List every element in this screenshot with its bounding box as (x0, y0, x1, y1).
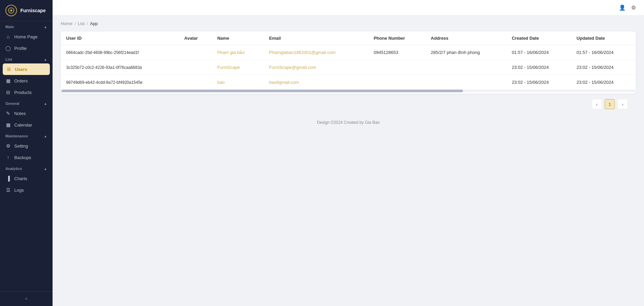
logo-area: Furniscape (0, 0, 53, 21)
pagination-prev[interactable]: ‹ (592, 99, 602, 109)
section-list[interactable]: List ▲ (0, 54, 53, 63)
cell-user-id: 98749d69-eb42-4cdd-8a72-bf4920a1545e (61, 75, 179, 90)
sidebar-item-products[interactable]: ⊟ Products (0, 87, 53, 98)
section-general[interactable]: General ▲ (0, 98, 53, 108)
section-maintenance[interactable]: Maintenance ▲ (0, 131, 53, 140)
users-table: User ID Avatar Name Email Phone Number A… (61, 32, 636, 90)
horizontal-scrollbar[interactable] (61, 90, 635, 92)
calendar-icon: ▦ (5, 122, 11, 128)
cell-phone: 0945128653 (368, 45, 425, 60)
col-updated: Updated Date (571, 32, 636, 45)
cell-avatar (179, 60, 212, 75)
notes-icon: ✎ (5, 111, 11, 116)
table-header-row: User ID Avatar Name Email Phone Number A… (61, 32, 636, 45)
breadcrumb: Home / List / App (61, 21, 636, 26)
cell-name[interactable]: Pham gia bảo (212, 45, 264, 60)
section-main[interactable]: Main ▲ (0, 21, 53, 31)
cell-user-id: 0664cadc-2faf-4608-99bc-256f214ead1f (61, 45, 179, 60)
cell-phone (368, 75, 425, 90)
charts-icon: ▐ (5, 176, 11, 181)
sidebar-item-logs[interactable]: ☰ Logs (0, 184, 53, 196)
logs-icon: ☰ (5, 187, 11, 193)
table-row: 98749d69-eb42-4cdd-8a72-bf4920a1545e bao… (61, 75, 636, 90)
sidebar-item-charts[interactable]: ▐ Charts (0, 173, 53, 184)
sidebar-item-notes[interactable]: ✎ Notes (0, 108, 53, 119)
breadcrumb-list[interactable]: List (78, 21, 84, 26)
cell-avatar (179, 75, 212, 90)
pagination-page-1[interactable]: 1 (605, 99, 615, 109)
profile-icon: ◯ (5, 45, 11, 51)
table-row: 3c325b72-c0c2-4226-93a1-0f76caa6683a Fur… (61, 60, 636, 75)
sidebar-item-homepage[interactable]: ⌂ Home Page (0, 31, 53, 42)
sidebar-item-orders[interactable]: ▦ Orders (0, 75, 53, 87)
cell-updated: 23:02 - 15/06/2024 (571, 75, 636, 90)
topbar: 👤 ⚙ (53, 0, 644, 16)
pagination-next[interactable]: › (618, 99, 628, 109)
sidebar-item-calendar[interactable]: ▦ Calendar (0, 119, 53, 131)
content-area: Home / List / App User ID Avatar Name Em… (53, 16, 644, 306)
col-avatar: Avatar (179, 32, 212, 45)
orders-icon: ▦ (5, 78, 11, 83)
sidebar: Furniscape Main ▲ ⌂ Home Page ◯ Profile … (0, 0, 53, 306)
chevron-up-icon-maintenance: ▲ (44, 134, 47, 138)
scrollbar-thumb (61, 90, 463, 92)
section-analytics[interactable]: Analytics ▲ (0, 163, 53, 173)
chevron-up-icon: ▲ (44, 25, 47, 29)
cell-name[interactable]: FurniScape (212, 60, 264, 75)
users-icon: ⊞ (6, 66, 12, 72)
cell-created: 23:02 - 15/06/2024 (506, 60, 571, 75)
breadcrumb-sep-1: / (75, 21, 76, 26)
col-address: Address (425, 32, 506, 45)
col-phone: Phone Number (368, 32, 425, 45)
sidebar-item-profile[interactable]: ◯ Profile (0, 42, 53, 54)
cell-name[interactable]: bao (212, 75, 264, 90)
cell-address (425, 75, 506, 90)
sidebar-item-setting[interactable]: ⚙ Setting (0, 140, 53, 152)
cell-address: 285/2/7 phan đình phùng (425, 45, 506, 60)
breadcrumb-sep-2: / (87, 21, 88, 26)
breadcrumb-app: App (90, 21, 98, 26)
cell-email: bao6gmail.com (264, 75, 368, 90)
chevron-up-icon-list: ▲ (44, 58, 47, 61)
cell-created: 23:02 - 15/06/2024 (506, 75, 571, 90)
col-user-id: User ID (61, 32, 179, 45)
col-email: Email (264, 32, 368, 45)
sidebar-item-backups[interactable]: ↑ Backups (0, 152, 53, 163)
backups-icon: ↑ (5, 155, 11, 160)
cell-email: Phamgiabao1862001@gmail.com (264, 45, 368, 60)
sidebar-item-users[interactable]: ⊞ Users (3, 63, 50, 75)
footer: Design ©2024 Created by Gia Bao (61, 115, 636, 130)
setting-icon: ⚙ (5, 143, 11, 149)
col-created: Created Date (506, 32, 571, 45)
table-row: 0664cadc-2faf-4608-99bc-256f214ead1f Pha… (61, 45, 636, 60)
sidebar-toggle-button[interactable]: < (0, 291, 53, 306)
breadcrumb-home[interactable]: Home (61, 21, 73, 26)
settings-topbar-icon[interactable]: ⚙ (631, 4, 636, 11)
cell-created: 01:57 - 16/06/2024 (506, 45, 571, 60)
cell-phone (368, 60, 425, 75)
products-icon: ⊟ (5, 90, 11, 95)
user-topbar-icon[interactable]: 👤 (619, 4, 626, 11)
cell-email: FurniScape@gmail.com (264, 60, 368, 75)
cell-user-id: 3c325b72-c0c2-4226-93a1-0f76caa6683a (61, 60, 179, 75)
cell-address (425, 60, 506, 75)
logo-icon (5, 5, 17, 16)
cell-avatar (179, 45, 212, 60)
app-name: Furniscape (20, 8, 46, 13)
users-table-card: User ID Avatar Name Email Phone Number A… (61, 32, 636, 94)
cell-updated: 23:02 - 15/06/2024 (571, 60, 636, 75)
chevron-up-icon-general: ▲ (44, 102, 47, 106)
home-icon: ⌂ (5, 34, 11, 39)
main-content: 👤 ⚙ Home / List / App User ID Avatar Nam… (53, 0, 644, 306)
cell-updated: 01:57 - 16/06/2024 (571, 45, 636, 60)
col-name: Name (212, 32, 264, 45)
pagination: ‹ 1 › (61, 94, 636, 115)
chevron-up-icon-analytics: ▲ (44, 167, 47, 171)
